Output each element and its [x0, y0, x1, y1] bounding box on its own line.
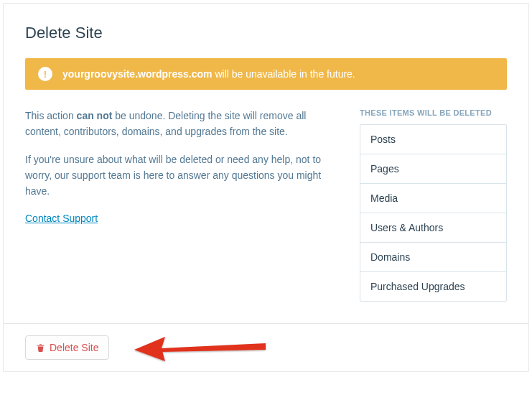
trash-icon: [36, 343, 45, 353]
delete-site-card: Delete Site ! yourgroovysite.wordpress.c…: [3, 3, 529, 372]
side-column: THESE ITEMS WILL BE DELETED Posts Pages …: [360, 108, 507, 302]
warning-notice: ! yourgroovysite.wordpress.com will be u…: [25, 58, 507, 90]
card-footer: Delete Site: [4, 323, 528, 371]
card-body: Delete Site ! yourgroovysite.wordpress.c…: [4, 4, 528, 323]
list-item: Users & Authors: [360, 213, 506, 243]
page-title: Delete Site: [25, 24, 507, 42]
contact-support-link[interactable]: Contact Support: [25, 213, 98, 224]
notice-suffix: will be unavailable in the future.: [213, 68, 355, 80]
exclamation-icon: !: [38, 67, 52, 81]
notice-text: yourgroovysite.wordpress.com will be una…: [62, 68, 355, 80]
warning-emph: can not: [77, 110, 113, 121]
deleted-items-list: Posts Pages Media Users & Authors Domain…: [360, 124, 507, 302]
deleted-items-heading: THESE ITEMS WILL BE DELETED: [360, 108, 507, 117]
delete-site-button[interactable]: Delete Site: [25, 335, 109, 360]
help-paragraph: If you're unsure about what will be dele…: [25, 152, 338, 199]
list-item: Purchased Upgrades: [360, 272, 506, 301]
annotation-arrow-icon: [133, 334, 269, 363]
list-item: Domains: [360, 243, 506, 272]
list-item: Pages: [360, 154, 506, 184]
warning-before: This action: [25, 110, 77, 121]
list-item: Posts: [360, 125, 506, 154]
delete-button-label: Delete Site: [50, 342, 98, 353]
content-row: This action can not be undone. Deleting …: [25, 108, 507, 302]
notice-site-domain: yourgroovysite.wordpress.com: [62, 68, 213, 80]
list-item: Media: [360, 184, 506, 213]
warning-paragraph: This action can not be undone. Deleting …: [25, 108, 338, 139]
main-column: This action can not be undone. Deleting …: [25, 108, 338, 302]
